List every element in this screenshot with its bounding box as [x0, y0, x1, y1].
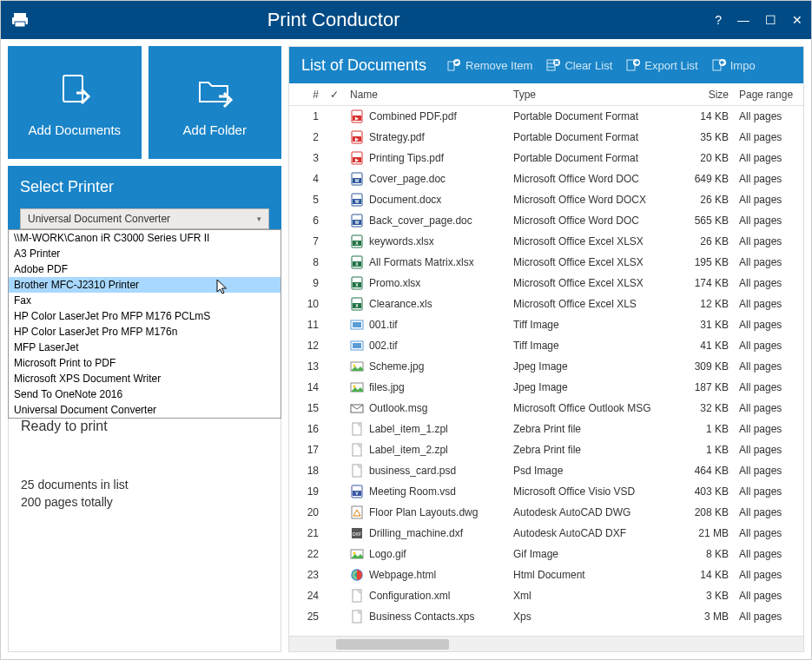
file-icon: [350, 547, 364, 561]
horizontal-scrollbar[interactable]: [289, 636, 803, 651]
row-size: 26 KB: [682, 194, 734, 206]
table-row[interactable]: 25 Business Contacts.xps Xps 3 MB All pa…: [289, 606, 803, 627]
row-type: Jpeg Image: [508, 360, 682, 373]
minimize-button[interactable]: —: [737, 13, 749, 27]
table-row[interactable]: 14 files.jpg Jpeg Image 187 KB All pages: [289, 377, 803, 398]
printer-option[interactable]: HP Color LaserJet Pro MFP M176 PCLmS: [9, 308, 281, 324]
table-row[interactable]: 13 Scheme.jpg Jpeg Image 309 KB All page…: [289, 356, 803, 377]
row-type: Microsoft Office Excel XLSX: [508, 277, 682, 289]
printer-option[interactable]: A3 Printer: [9, 246, 281, 261]
row-number: 5: [289, 194, 324, 206]
row-size: 464 KB: [682, 465, 734, 477]
printer-option[interactable]: \\M-WORK\Canon iR C3000 Series UFR II: [9, 230, 281, 246]
row-range: All pages: [734, 485, 803, 498]
col-header-number[interactable]: #: [289, 89, 324, 101]
printer-combobox[interactable]: Universal Document Converter ▾ \\M-WORK\…: [20, 208, 269, 229]
table-row[interactable]: 21 DXF Drilling_machine.dxf Autodesk Aut…: [289, 523, 803, 544]
table-row[interactable]: 19 V Meeting Room.vsd Microsoft Office V…: [289, 481, 803, 502]
document-grid[interactable]: # ✓ Name Type Size Page range 1 ▶ Combin…: [289, 83, 803, 636]
table-row[interactable]: 16 Label_item_1.zpl Zebra Print file 1 K…: [289, 419, 803, 439]
file-icon: [350, 610, 364, 624]
col-header-check[interactable]: ✓: [324, 89, 345, 101]
col-header-type[interactable]: Type: [508, 89, 682, 101]
window-controls: ? — ☐ ✕: [715, 13, 802, 27]
table-row[interactable]: 1 ▶ Combined PDF.pdf Portable Document F…: [289, 106, 803, 127]
printer-option[interactable]: Send To OneNote 2016: [9, 386, 281, 402]
maximize-button[interactable]: ☐: [765, 13, 776, 27]
table-row[interactable]: 18 business_card.psd Psd Image 464 KB Al…: [289, 460, 803, 481]
printer-combobox-display[interactable]: Universal Document Converter ▾: [20, 208, 269, 229]
svg-text:W: W: [355, 220, 360, 225]
row-range: All pages: [734, 194, 803, 206]
table-row[interactable]: 17 Label_item_2.zpl Zebra Print file 1 K…: [289, 439, 803, 460]
add-folder-label: Add Folder: [183, 122, 247, 137]
remove-item-button[interactable]: Remove Item: [447, 58, 532, 72]
row-number: 4: [289, 173, 324, 185]
row-name: Floor Plan Layouts.dwg: [345, 505, 508, 519]
table-row[interactable]: 7 X keywords.xlsx Microsoft Office Excel…: [289, 231, 803, 252]
svg-rect-68: [353, 590, 361, 602]
table-row[interactable]: 8 X All Formats Matrix.xlsx Microsoft Of…: [289, 252, 803, 273]
file-name: Clearance.xls: [369, 298, 432, 310]
table-row[interactable]: 20 Floor Plan Layouts.dwg Autodesk AutoC…: [289, 502, 803, 523]
printer-option[interactable]: Brother MFC-J2310 Printer: [9, 277, 281, 293]
svg-rect-3: [63, 76, 83, 102]
table-row[interactable]: 23 Webpage.html Html Document 14 KB All …: [289, 564, 803, 585]
table-row[interactable]: 4 W Cover_page.doc Microsoft Office Word…: [289, 168, 803, 189]
add-folder-button[interactable]: Add Folder: [149, 46, 282, 159]
row-size: 35 KB: [682, 131, 734, 143]
table-row[interactable]: 2 ▶ Strategy.pdf Portable Document Forma…: [289, 127, 803, 148]
row-name: Logo.gif: [345, 547, 508, 561]
clear-list-button[interactable]: Clear List: [546, 58, 612, 72]
file-icon: ▶: [350, 151, 364, 165]
row-number: 12: [289, 340, 324, 352]
table-row[interactable]: 24 Configuration.xml Xml 3 KB All pages: [289, 585, 803, 606]
col-header-name[interactable]: Name: [345, 89, 508, 101]
table-row[interactable]: 6 W Back_cover_page.doc Microsoft Office…: [289, 210, 803, 231]
table-row[interactable]: 22 Logo.gif Gif Image 8 KB All pages: [289, 544, 803, 564]
row-number: 16: [289, 423, 324, 435]
app-window: Print Conductor ? — ☐ ✕ Add Documents: [0, 0, 812, 660]
row-type: Html Document: [508, 569, 682, 581]
row-range: All pages: [734, 402, 803, 414]
table-row[interactable]: 5 W Document.docx Microsoft Office Word …: [289, 189, 803, 210]
row-size: 187 KB: [682, 381, 734, 393]
row-range: All pages: [734, 360, 803, 373]
col-header-size[interactable]: Size: [682, 89, 734, 101]
row-number: 1: [289, 110, 324, 122]
file-name: All Formats Matrix.xlsx: [369, 256, 474, 268]
row-range: All pages: [734, 381, 803, 393]
table-row[interactable]: 10 X Clearance.xls Microsoft Office Exce…: [289, 294, 803, 314]
table-row[interactable]: 3 ▶ Printing Tips.pdf Portable Document …: [289, 148, 803, 168]
printer-option[interactable]: MFP LaserJet: [9, 340, 281, 355]
table-row[interactable]: 15 Outlook.msg Microsoft Office Outlook …: [289, 398, 803, 419]
printer-option[interactable]: Microsoft XPS Document Writer: [9, 371, 281, 386]
printer-option[interactable]: HP Color LaserJet Pro MFP M176n: [9, 324, 281, 340]
col-header-range[interactable]: Page range: [734, 89, 803, 101]
row-size: 309 KB: [682, 360, 734, 373]
file-icon: [350, 318, 364, 332]
table-row[interactable]: 12 002.tif Tiff Image 41 KB All pages: [289, 335, 803, 356]
row-name: V Meeting Room.vsd: [345, 485, 508, 498]
app-title: Print Conductor: [0, 9, 715, 31]
close-button[interactable]: ✕: [792, 13, 802, 27]
add-documents-button[interactable]: Add Documents: [8, 46, 142, 159]
import-list-button[interactable]: Impo: [712, 58, 756, 72]
table-row[interactable]: 9 X Promo.xlsx Microsoft Office Excel XL…: [289, 273, 803, 294]
printer-option[interactable]: Adobe PDF: [9, 261, 281, 277]
file-icon: V: [350, 485, 364, 498]
add-folder-icon: [193, 69, 236, 112]
file-name: business_card.psd: [369, 465, 456, 477]
help-button[interactable]: ?: [715, 13, 722, 27]
file-name: Label_item_2.zpl: [369, 444, 448, 456]
row-number: 18: [289, 465, 324, 477]
file-icon: [350, 422, 364, 436]
printer-option[interactable]: Fax: [9, 293, 281, 308]
export-list-button[interactable]: Export List: [626, 58, 697, 72]
file-name: keywords.xlsx: [369, 235, 434, 248]
printer-option[interactable]: Universal Document Converter: [9, 402, 281, 418]
file-name: Combined PDF.pdf: [369, 110, 457, 122]
printer-option[interactable]: Microsoft Print to PDF: [9, 355, 281, 371]
table-row[interactable]: 11 001.tif Tiff Image 31 KB All pages: [289, 314, 803, 335]
scrollbar-thumb[interactable]: [336, 639, 449, 650]
